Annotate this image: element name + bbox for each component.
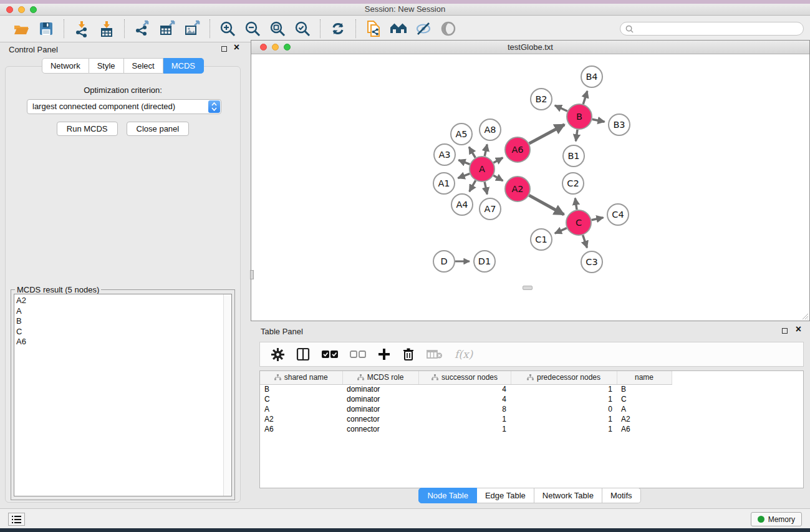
cell-successor-nodes[interactable]: 1 (418, 424, 511, 434)
cell-predecessor-nodes[interactable]: 0 (511, 404, 617, 414)
close-table-panel-icon[interactable]: × (796, 324, 801, 334)
select-all-button[interactable] (322, 350, 338, 359)
edge-A-A6[interactable] (493, 158, 503, 163)
clone-network-button[interactable] (363, 18, 384, 39)
cell-successor-nodes[interactable]: 8 (418, 404, 511, 414)
tab-select[interactable]: Select (124, 58, 163, 74)
edge-C-C4[interactable] (592, 218, 604, 220)
cell-shared-name[interactable]: C (260, 394, 342, 404)
table-settings-button[interactable] (271, 348, 284, 361)
column-header-MCDS-role[interactable]: MCDS role (342, 371, 418, 384)
delete-table-button[interactable] (427, 349, 443, 360)
export-network-button[interactable] (132, 18, 153, 39)
cell-successor-nodes[interactable]: 4 (418, 384, 511, 394)
close-panel-button[interactable]: Close panel (127, 122, 190, 136)
cell-shared-name[interactable]: A (260, 404, 342, 414)
edge-B-B1[interactable] (576, 130, 577, 141)
tab-mcds[interactable]: MCDS (163, 58, 204, 74)
close-panel-icon[interactable]: × (234, 42, 239, 52)
column-header-name[interactable]: name (617, 371, 672, 384)
table-row[interactable]: Adominator80A (260, 404, 672, 414)
column-header-shared-name[interactable]: shared name (260, 371, 342, 384)
tab-style[interactable]: Style (89, 58, 124, 74)
result-list-item[interactable]: A6 (16, 337, 221, 347)
zoom-fit-button[interactable] (267, 18, 288, 39)
function-builder-button[interactable]: f(x) (455, 348, 473, 360)
float-panel-icon[interactable] (221, 46, 227, 52)
cell-name[interactable]: A (617, 404, 672, 414)
table-row[interactable]: A6connector11A6 (260, 424, 672, 434)
cell-predecessor-nodes[interactable]: 1 (511, 424, 617, 434)
edge-A-A3[interactable] (458, 160, 470, 165)
show-graphics-details-button[interactable] (438, 18, 459, 39)
cell-predecessor-nodes[interactable]: 1 (511, 384, 617, 394)
save-session-button[interactable] (36, 18, 57, 39)
network-close-button[interactable] (260, 44, 267, 51)
tab-network-table[interactable]: Network Table (534, 488, 602, 503)
edge-A-A7[interactable] (485, 182, 487, 195)
zoom-in-button[interactable] (217, 18, 238, 39)
cell-successor-nodes[interactable]: 4 (418, 394, 511, 404)
network-zoom-button[interactable] (284, 44, 291, 51)
splitter-collapse-handle[interactable] (250, 270, 254, 279)
column-header-successor-nodes[interactable]: successor nodes (418, 371, 511, 384)
tab-motifs[interactable]: Motifs (602, 488, 641, 503)
edge-C-C2[interactable] (575, 198, 577, 210)
horizontal-splitter-handle[interactable] (523, 286, 533, 290)
zoom-out-button[interactable] (242, 18, 263, 39)
run-mcds-button[interactable]: Run MCDS (57, 122, 118, 136)
cell-name[interactable]: C (617, 394, 672, 404)
hide-graphics-details-button[interactable] (413, 18, 434, 39)
edge-A-A1[interactable] (458, 173, 470, 178)
delete-column-button[interactable] (402, 347, 415, 361)
edge-C-C3[interactable] (583, 235, 587, 248)
edge-B-B4[interactable] (583, 91, 587, 104)
result-list-item[interactable]: A (16, 306, 221, 317)
import-network-button[interactable] (71, 18, 92, 39)
cell-name[interactable]: A6 (617, 424, 672, 434)
edge-A-A4[interactable] (470, 180, 476, 191)
export-image-button[interactable] (181, 18, 203, 39)
network-canvas[interactable]: B4B2BB3A8A5A6A3B1AC2A1A2A4A7CC4C1C3DD1 (251, 54, 809, 321)
float-table-panel-icon[interactable] (782, 328, 788, 334)
cell-predecessor-nodes[interactable]: 1 (511, 394, 617, 404)
memory-button[interactable]: Memory (751, 512, 802, 526)
edge-B-B2[interactable] (555, 105, 567, 111)
zoom-selected-button[interactable] (292, 18, 313, 39)
zoom-window-button[interactable] (30, 6, 37, 13)
edge-B-B3[interactable] (592, 119, 605, 122)
refresh-button[interactable] (327, 18, 349, 39)
table-row[interactable]: A2connector11A2 (260, 414, 672, 424)
result-list-item[interactable]: C (16, 327, 221, 337)
edge-A-A2[interactable] (493, 175, 503, 181)
add-column-button[interactable] (378, 348, 390, 360)
cell-MCDS-role[interactable]: dominator (342, 404, 418, 414)
open-session-button[interactable] (11, 18, 32, 39)
window-resize-grip[interactable] (801, 312, 809, 320)
show-task-history-button[interactable] (8, 513, 25, 526)
cell-MCDS-role[interactable]: connector (342, 414, 418, 424)
table-row[interactable]: Bdominator41B (260, 384, 672, 394)
edge-C-C1[interactable] (555, 228, 567, 234)
cell-shared-name[interactable]: A2 (260, 414, 342, 424)
cell-successor-nodes[interactable]: 1 (418, 414, 511, 424)
mcds-result-list[interactable]: A2ABCA6 (14, 294, 232, 496)
table-row[interactable]: Cdominator41C (260, 394, 672, 404)
column-header-predecessor-nodes[interactable]: predecessor nodes (511, 371, 617, 384)
edge-A6-B[interactable] (529, 125, 565, 143)
cell-name[interactable]: B (617, 384, 672, 394)
search-input[interactable] (636, 24, 798, 33)
result-list-item[interactable]: B (16, 316, 221, 327)
cell-predecessor-nodes[interactable]: 1 (511, 414, 617, 424)
close-window-button[interactable] (6, 6, 13, 13)
cell-shared-name[interactable]: A6 (260, 424, 342, 434)
result-list-scrollbar[interactable] (223, 294, 231, 496)
cell-name[interactable]: A2 (617, 414, 672, 424)
cell-MCDS-role[interactable]: connector (342, 424, 418, 434)
tab-network[interactable]: Network (42, 58, 89, 74)
edge-A-A8[interactable] (485, 145, 487, 157)
edge-A2-C[interactable] (529, 195, 564, 215)
import-table-button[interactable] (96, 18, 117, 39)
export-table-button[interactable] (157, 18, 178, 39)
minimize-window-button[interactable] (18, 6, 25, 13)
